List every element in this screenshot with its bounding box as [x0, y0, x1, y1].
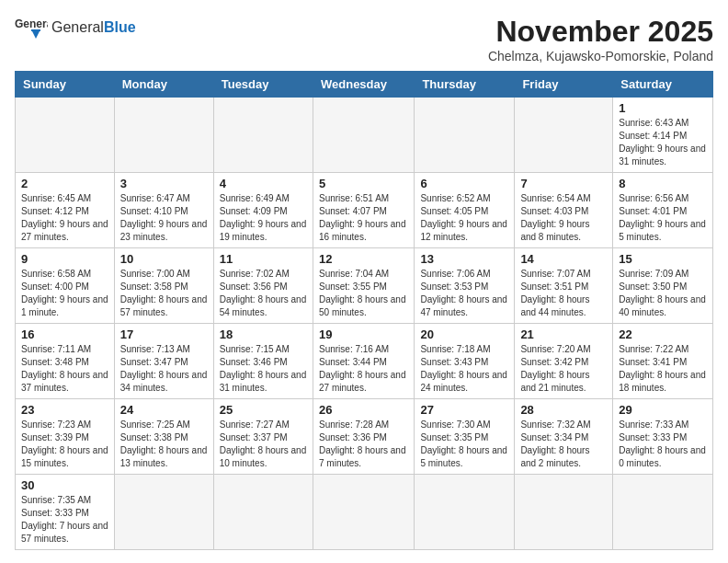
day-number: 1 — [619, 101, 707, 115]
day-info: Sunrise: 6:54 AM Sunset: 4:03 PM Dayligh… — [520, 192, 607, 244]
calendar-day-cell — [313, 475, 414, 550]
day-info: Sunrise: 6:56 AM Sunset: 4:01 PM Dayligh… — [619, 192, 707, 244]
title-area: November 2025 Chelmza, Kujawsko-Pomorski… — [488, 15, 713, 63]
day-number: 30 — [21, 478, 108, 492]
day-number: 25 — [220, 403, 307, 417]
calendar-day-cell: 5Sunrise: 6:51 AM Sunset: 4:07 PM Daylig… — [313, 173, 414, 248]
day-info: Sunrise: 7:02 AM Sunset: 3:56 PM Dayligh… — [220, 268, 307, 319]
day-number: 18 — [220, 327, 307, 341]
calendar-day-cell: 28Sunrise: 7:32 AM Sunset: 3:34 PM Dayli… — [515, 399, 613, 475]
calendar-day-cell: 7Sunrise: 6:54 AM Sunset: 4:03 PM Daylig… — [515, 173, 613, 248]
calendar-day-cell — [515, 475, 613, 550]
calendar-day-cell — [114, 98, 213, 173]
logo-text-area: GeneralBlue — [51, 19, 136, 36]
day-info: Sunrise: 6:43 AM Sunset: 4:14 PM Dayligh… — [619, 117, 707, 168]
calendar-day-cell — [213, 475, 313, 550]
day-number: 11 — [220, 252, 307, 266]
day-info: Sunrise: 7:35 AM Sunset: 3:33 PM Dayligh… — [21, 494, 108, 546]
day-number: 19 — [319, 327, 408, 341]
day-number: 12 — [319, 252, 408, 266]
day-info: Sunrise: 7:30 AM Sunset: 3:35 PM Dayligh… — [420, 419, 508, 470]
day-info: Sunrise: 7:15 AM Sunset: 3:46 PM Dayligh… — [220, 343, 307, 395]
day-number: 8 — [619, 177, 707, 190]
calendar-day-cell — [515, 98, 613, 173]
calendar-day-cell: 11Sunrise: 7:02 AM Sunset: 3:56 PM Dayli… — [213, 248, 313, 324]
calendar-day-cell: 9Sunrise: 6:58 AM Sunset: 4:00 PM Daylig… — [16, 248, 115, 324]
calendar-title: November 2025 — [488, 15, 713, 49]
calendar-day-cell: 19Sunrise: 7:16 AM Sunset: 3:44 PM Dayli… — [313, 324, 414, 399]
day-number: 14 — [520, 252, 607, 266]
day-info: Sunrise: 7:07 AM Sunset: 3:51 PM Dayligh… — [520, 268, 607, 319]
calendar-day-cell: 22Sunrise: 7:22 AM Sunset: 3:41 PM Dayli… — [613, 324, 713, 399]
weekday-header: Saturday — [613, 72, 713, 98]
calendar-day-cell: 25Sunrise: 7:27 AM Sunset: 3:37 PM Dayli… — [213, 399, 313, 475]
day-number: 9 — [21, 252, 108, 266]
day-info: Sunrise: 6:47 AM Sunset: 4:10 PM Dayligh… — [120, 192, 208, 244]
svg-rect-2 — [31, 29, 40, 31]
day-info: Sunrise: 7:18 AM Sunset: 3:43 PM Dayligh… — [420, 343, 508, 395]
calendar-day-cell — [16, 98, 115, 173]
calendar-day-cell — [415, 98, 515, 173]
weekday-header: Wednesday — [313, 72, 414, 98]
day-info: Sunrise: 7:25 AM Sunset: 3:38 PM Dayligh… — [120, 419, 208, 470]
weekday-header: Friday — [515, 72, 613, 98]
calendar-day-cell: 21Sunrise: 7:20 AM Sunset: 3:42 PM Dayli… — [515, 324, 613, 399]
calendar-day-cell: 12Sunrise: 7:04 AM Sunset: 3:55 PM Dayli… — [313, 248, 414, 324]
calendar-day-cell — [613, 475, 713, 550]
day-info: Sunrise: 7:28 AM Sunset: 3:36 PM Dayligh… — [319, 419, 408, 470]
calendar-table: SundayMondayTuesdayWednesdayThursdayFrid… — [15, 71, 713, 550]
day-number: 2 — [21, 177, 108, 190]
logo: General GeneralBlue — [15, 15, 136, 40]
calendar-week-row: 23Sunrise: 7:23 AM Sunset: 3:39 PM Dayli… — [16, 399, 713, 475]
calendar-week-row: 1Sunrise: 6:43 AM Sunset: 4:14 PM Daylig… — [16, 98, 713, 173]
calendar-day-cell: 29Sunrise: 7:33 AM Sunset: 3:33 PM Dayli… — [613, 399, 713, 475]
calendar-day-cell: 4Sunrise: 6:49 AM Sunset: 4:09 PM Daylig… — [213, 173, 313, 248]
day-info: Sunrise: 7:06 AM Sunset: 3:53 PM Dayligh… — [420, 268, 508, 319]
calendar-day-cell: 1Sunrise: 6:43 AM Sunset: 4:14 PM Daylig… — [613, 98, 713, 173]
weekday-header: Thursday — [415, 72, 515, 98]
calendar-day-cell: 26Sunrise: 7:28 AM Sunset: 3:36 PM Dayli… — [313, 399, 414, 475]
calendar-day-cell: 2Sunrise: 6:45 AM Sunset: 4:12 PM Daylig… — [16, 173, 115, 248]
calendar-week-row: 16Sunrise: 7:11 AM Sunset: 3:48 PM Dayli… — [16, 324, 713, 399]
day-number: 4 — [220, 177, 307, 190]
calendar-day-cell — [114, 475, 213, 550]
calendar-day-cell: 30Sunrise: 7:35 AM Sunset: 3:33 PM Dayli… — [16, 475, 115, 550]
calendar-day-cell: 13Sunrise: 7:06 AM Sunset: 3:53 PM Dayli… — [415, 248, 515, 324]
day-info: Sunrise: 7:22 AM Sunset: 3:41 PM Dayligh… — [619, 343, 707, 395]
weekday-header: Sunday — [16, 72, 115, 98]
day-number: 27 — [420, 403, 508, 417]
day-info: Sunrise: 7:04 AM Sunset: 3:55 PM Dayligh… — [319, 268, 408, 319]
day-info: Sunrise: 7:33 AM Sunset: 3:33 PM Dayligh… — [619, 419, 707, 470]
day-info: Sunrise: 7:13 AM Sunset: 3:47 PM Dayligh… — [120, 343, 208, 395]
day-number: 10 — [120, 252, 208, 266]
calendar-day-cell: 17Sunrise: 7:13 AM Sunset: 3:47 PM Dayli… — [114, 324, 213, 399]
calendar-day-cell — [415, 475, 515, 550]
calendar-day-cell: 20Sunrise: 7:18 AM Sunset: 3:43 PM Dayli… — [415, 324, 515, 399]
day-number: 13 — [420, 252, 508, 266]
day-number: 20 — [420, 327, 508, 341]
day-number: 29 — [619, 403, 707, 417]
calendar-week-row: 2Sunrise: 6:45 AM Sunset: 4:12 PM Daylig… — [16, 173, 713, 248]
calendar-day-cell: 27Sunrise: 7:30 AM Sunset: 3:35 PM Dayli… — [415, 399, 515, 475]
calendar-day-cell: 23Sunrise: 7:23 AM Sunset: 3:39 PM Dayli… — [16, 399, 115, 475]
day-info: Sunrise: 7:16 AM Sunset: 3:44 PM Dayligh… — [319, 343, 408, 395]
day-number: 7 — [520, 177, 607, 190]
calendar-day-cell: 15Sunrise: 7:09 AM Sunset: 3:50 PM Dayli… — [613, 248, 713, 324]
day-number: 16 — [21, 327, 108, 341]
day-info: Sunrise: 6:58 AM Sunset: 4:00 PM Dayligh… — [21, 268, 108, 319]
calendar-day-cell: 24Sunrise: 7:25 AM Sunset: 3:38 PM Dayli… — [114, 399, 213, 475]
day-info: Sunrise: 7:32 AM Sunset: 3:34 PM Dayligh… — [520, 419, 607, 470]
calendar-subtitle: Chelmza, Kujawsko-Pomorskie, Poland — [488, 49, 713, 63]
svg-text:General: General — [15, 17, 48, 30]
calendar-day-cell: 3Sunrise: 6:47 AM Sunset: 4:10 PM Daylig… — [114, 173, 213, 248]
calendar-day-cell: 16Sunrise: 7:11 AM Sunset: 3:48 PM Dayli… — [16, 324, 115, 399]
day-number: 6 — [420, 177, 508, 190]
day-number: 22 — [619, 327, 707, 341]
calendar-day-cell: 14Sunrise: 7:07 AM Sunset: 3:51 PM Dayli… — [515, 248, 613, 324]
day-info: Sunrise: 7:27 AM Sunset: 3:37 PM Dayligh… — [220, 419, 307, 470]
day-number: 15 — [619, 252, 707, 266]
logo-text: GeneralBlue — [51, 19, 136, 35]
day-info: Sunrise: 6:45 AM Sunset: 4:12 PM Dayligh… — [21, 192, 108, 244]
calendar-day-cell: 10Sunrise: 7:00 AM Sunset: 3:58 PM Dayli… — [114, 248, 213, 324]
day-number: 3 — [120, 177, 208, 190]
